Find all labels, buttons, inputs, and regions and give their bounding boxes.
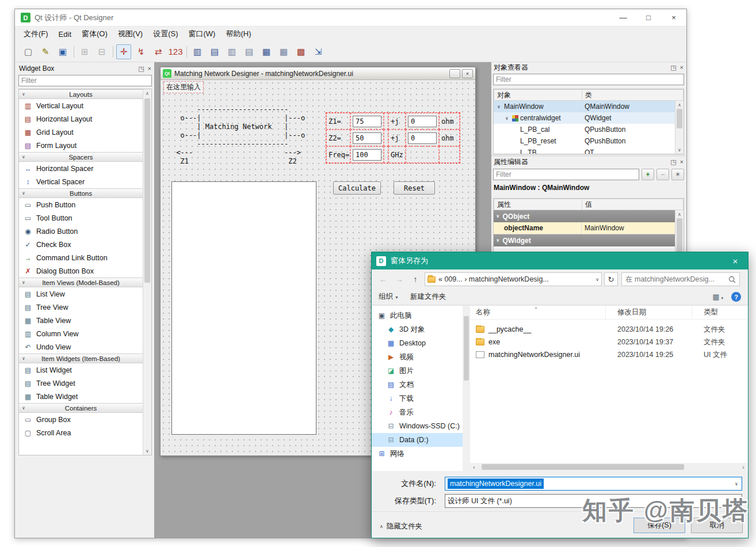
object-tree-row[interactable]: L_TB QT — [494, 147, 675, 154]
edit-signals-slots-icon[interactable]: ↯ — [133, 44, 148, 59]
form-button[interactable]: Calculate — [333, 181, 381, 195]
sort-ascending-icon[interactable]: ∧ — [534, 306, 537, 310]
close-dock-icon[interactable]: × — [148, 65, 151, 73]
widget-category-header[interactable]: ∨ Buttons — [19, 188, 143, 198]
breadcrumb-path[interactable]: « 009... › matchingNetworkDesig... — [438, 275, 549, 283]
scroll-down-icon[interactable]: ∨ — [143, 447, 151, 455]
property-filter-input[interactable]: Filter — [493, 169, 639, 180]
value-input[interactable]: 50 — [353, 132, 381, 144]
widget-box-item[interactable]: ↶ Undo View — [19, 340, 143, 354]
sidebar-item[interactable]: ↓ 下载 — [372, 392, 463, 405]
copy-icon[interactable]: ⊞ — [77, 44, 92, 59]
widget-category-header[interactable]: ∨ Layouts — [19, 89, 143, 99]
dialog-close-button[interactable]: × — [723, 252, 748, 269]
widget-category-header[interactable]: ∨ Containers — [19, 403, 143, 413]
widget-category-header[interactable]: ∨ Item Widgets (Item-Based) — [19, 354, 143, 363]
layout-vertical-icon[interactable]: ▤ — [207, 44, 222, 59]
maximize-button[interactable]: □ — [636, 9, 661, 26]
widget-box-item[interactable]: ↔ Horizontal Spacer — [19, 162, 143, 175]
scroll-up-icon[interactable]: ∧ — [143, 89, 151, 97]
menu-item[interactable]: 帮助(H) — [220, 27, 256, 41]
object-tree-row[interactable]: L_PB_reset QPushButton — [494, 135, 675, 147]
sidebar-item[interactable]: ▦ Desktop — [372, 336, 463, 350]
widget-box-item[interactable]: ▦ Table View — [19, 314, 143, 327]
horizontal-scrollbar[interactable]: ‹ › — [470, 463, 747, 471]
column-object[interactable]: 对象 — [494, 90, 582, 100]
widget-box-item[interactable]: ▢ Scroll Area — [19, 426, 143, 439]
layout-splitter-v-icon[interactable]: ▤ — [242, 44, 257, 59]
object-tree-row[interactable]: L_PB_cal QPushButton — [494, 124, 675, 135]
menu-item[interactable]: 文件(F) — [18, 27, 54, 41]
value2-input[interactable]: 0 — [408, 132, 437, 144]
up-button[interactable]: ↑ — [408, 272, 422, 286]
float-dock-icon[interactable]: ◳ — [670, 64, 676, 71]
titlebar[interactable]: D Qt 设计师 - Qt Designer — □ × — [15, 9, 686, 26]
scrollbar-thumb[interactable] — [482, 464, 684, 470]
back-button[interactable]: ← — [376, 272, 390, 286]
property-row[interactable]: ∨ QObject QObject — [494, 210, 675, 222]
column-name[interactable]: 名称 — [470, 306, 606, 319]
configure-icon[interactable]: ✶ — [671, 169, 684, 180]
widget-box-item[interactable]: ▥ Vertical Layout — [19, 99, 143, 112]
widget-box-filter-input[interactable]: Filter — [18, 75, 152, 86]
sidebar-item[interactable]: ▤ 文档 — [372, 378, 463, 392]
file-row[interactable]: exe 2023/10/14 19:37 文件夹 — [470, 336, 747, 348]
scrollbar-thumb[interactable] — [144, 98, 150, 283]
widget-box-item[interactable]: ▤ Horizontal Layout — [19, 112, 143, 126]
expand-chevron-icon[interactable]: ∨ — [505, 116, 510, 121]
sidebar-item[interactable]: ▶ 视频 — [372, 350, 463, 364]
column-class[interactable]: 类 — [582, 90, 683, 100]
widget-box-item[interactable]: → Command Link Button — [19, 251, 143, 264]
form-window-titlebar[interactable]: Qt Matching Network Designer - matchingN… — [161, 67, 475, 80]
sidebar-item[interactable]: ▣ 此电脑 — [372, 309, 463, 322]
widget-category-header[interactable]: ∨ Item Views (Model-Based) — [19, 278, 143, 287]
property-value[interactable]: MainWindow — [582, 222, 675, 234]
column-type[interactable]: 类型 — [692, 306, 747, 319]
scrollbar-thumb[interactable] — [677, 218, 682, 253]
widget-box-item[interactable]: ◉ Radio Button — [19, 225, 143, 238]
sidebar-item[interactable]: ⊟ Windows-SSD (C:) — [372, 419, 463, 433]
property-row[interactable]: ∨ QWidget QWidget — [494, 234, 675, 246]
filename-input[interactable]: matchingNetworkDesigner.ui ∨ — [445, 477, 742, 491]
value-input[interactable]: 100 — [353, 149, 381, 161]
scrollbar-thumb[interactable] — [677, 109, 682, 128]
widget-box-item[interactable]: ▤ Tree Widget — [19, 377, 143, 390]
column-date[interactable]: 修改日期 — [606, 306, 692, 319]
new-folder-button[interactable]: 新建文件夹 — [410, 292, 446, 302]
edit-buddies-icon[interactable]: ⇄ — [151, 44, 166, 59]
remove-dynamic-property-icon[interactable]: − — [656, 169, 669, 180]
breadcrumb-dropdown-icon[interactable]: ∨ — [595, 277, 599, 282]
chevron-down-icon[interactable]: ∨ — [731, 481, 742, 487]
sidebar-item[interactable]: ♪ 音乐 — [372, 405, 463, 419]
menu-item[interactable]: Edit — [54, 28, 77, 40]
hide-folders-button[interactable]: ∧ 隐藏文件夹 — [380, 522, 422, 531]
widget-box-item[interactable]: ▤ Form Layout — [19, 139, 143, 152]
form-button[interactable]: Reset — [394, 181, 435, 195]
column-value[interactable]: 值 — [582, 199, 683, 210]
search-box[interactable]: 在 matchingNetworkDesig... — [621, 272, 740, 286]
minimize-button[interactable]: — — [610, 9, 636, 26]
widget-box-item[interactable]: ▦ Table Widget — [19, 390, 143, 403]
widget-box-item[interactable]: ▭ Push Button — [19, 198, 143, 211]
property-row[interactable]: ∨ objectName objectName MainWindow — [494, 222, 675, 234]
sidebar-item[interactable]: ◆ 3D 对象 — [372, 322, 463, 336]
file-row[interactable]: __pycache__ 2023/10/14 19:26 文件夹 — [470, 323, 747, 336]
column-property[interactable]: 属性 — [494, 199, 582, 210]
close-dock-icon[interactable]: × — [680, 158, 684, 166]
menu-type-here[interactable]: 在这里输入 — [163, 81, 204, 93]
menu-item[interactable]: 窗体(O) — [77, 27, 113, 41]
layout-splitter-h-icon[interactable]: ▥ — [224, 44, 239, 59]
value-input[interactable]: 75 — [353, 116, 381, 127]
save-form-icon[interactable]: ▣ — [55, 44, 70, 59]
new-form-icon[interactable]: ▢ — [21, 44, 36, 59]
float-dock-icon[interactable]: ◳ — [138, 65, 144, 73]
breadcrumb[interactable]: « 009... › matchingNetworkDesig... ∨ — [425, 272, 602, 286]
expand-chevron-icon[interactable]: ∨ — [497, 104, 502, 109]
widget-box-item[interactable]: ▦ Grid Layout — [19, 126, 143, 139]
widget-box-item[interactable]: ▥ Column View — [19, 327, 143, 340]
scrollbar-thumb[interactable] — [464, 316, 469, 381]
widget-box-item[interactable]: ▭ Tool Button — [19, 211, 143, 225]
widget-box-scrollbar[interactable]: ∧ ∨ — [143, 89, 151, 455]
sidebar-scrollbar[interactable] — [463, 306, 470, 471]
sidebar-item[interactable]: ⊞ 网络 — [372, 447, 463, 461]
